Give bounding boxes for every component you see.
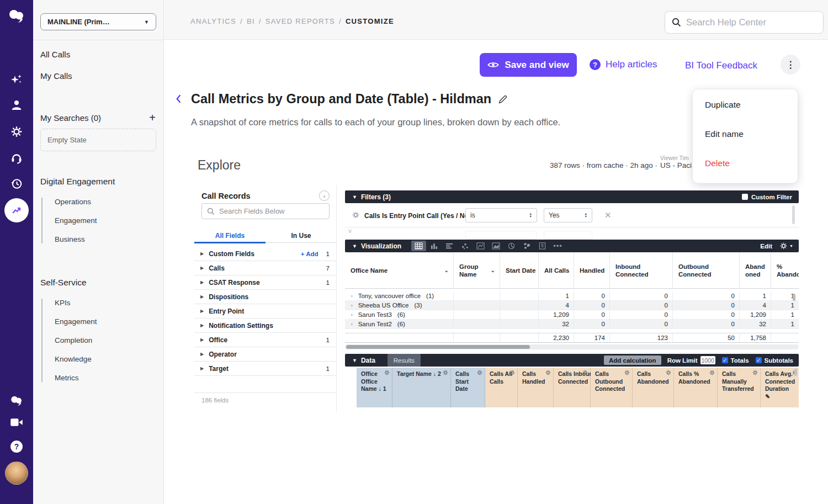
data-column-calls-outbound-connected[interactable]: CallsOutboundConnected bbox=[591, 368, 633, 407]
collapse-panel-button[interactable]: ‹ bbox=[319, 190, 330, 201]
data-column-calls-handled[interactable]: CallsHandled bbox=[518, 368, 554, 407]
fields-search-input[interactable] bbox=[219, 207, 319, 215]
field-group-entry-point[interactable]: ▶Entry Point bbox=[194, 304, 337, 319]
add-calculation-button[interactable]: Add calculation bbox=[604, 356, 661, 365]
result-table-horizontal-scrollbar[interactable] bbox=[345, 344, 799, 349]
field-group-calls[interactable]: ▶Calls7 bbox=[194, 261, 337, 275]
viz-type-line-chart-icon[interactable] bbox=[473, 241, 488, 251]
viz-type-area-chart-icon[interactable] bbox=[489, 241, 503, 251]
row-limit-input[interactable] bbox=[700, 356, 715, 364]
breadcrumb-item-analytics[interactable]: ANALYTICS bbox=[190, 17, 236, 25]
field-group-office[interactable]: ▶Office1 bbox=[194, 333, 337, 347]
data-column-calls-abandoned[interactable]: Calls %Abandoned bbox=[674, 368, 718, 407]
dialpad-mini-icon[interactable] bbox=[10, 395, 23, 406]
subtotals-checkbox[interactable]: ✓ bbox=[756, 357, 762, 363]
viz-type-single-value-icon[interactable]: 6 bbox=[535, 241, 550, 251]
column-gear-icon[interactable] bbox=[384, 370, 390, 375]
column-gear-icon[interactable] bbox=[477, 370, 482, 375]
column-header-abandoned[interactable]: Abandoned bbox=[740, 252, 771, 288]
video-icon[interactable] bbox=[10, 418, 23, 427]
filter-value-select[interactable]: Yes ▲▼ bbox=[544, 208, 592, 222]
visualization-section-bar[interactable]: ▼ Visualization 6••• Edit ▼ bbox=[345, 240, 799, 252]
tab-all-fields[interactable]: All Fields bbox=[194, 229, 266, 242]
field-group-csat-response[interactable]: ▶CSAT Response1 bbox=[194, 275, 337, 290]
sidebar-section-title[interactable]: Self-Service bbox=[40, 278, 156, 288]
more-options-button[interactable]: ⋮ bbox=[781, 55, 800, 75]
help-center-search[interactable] bbox=[665, 11, 824, 34]
viz-edit-button[interactable]: Edit bbox=[760, 243, 772, 250]
remove-filter-button[interactable]: ✕ bbox=[604, 210, 612, 220]
scrollbar-thumb[interactable] bbox=[346, 345, 530, 349]
field-group-dispositions[interactable]: ▶Dispositions bbox=[194, 290, 337, 304]
field-group-custom-fields[interactable]: ▶Custom Fields+ Add1 bbox=[194, 247, 337, 261]
column-header-office-name[interactable]: Office Name⌄ bbox=[345, 252, 454, 288]
data-column-office-office-name-1[interactable]: OfficeOfficeName ↓ 1 bbox=[357, 368, 392, 407]
viz-type-row-chart-icon[interactable] bbox=[442, 241, 457, 251]
data-column-calls-inbound-connected[interactable]: Calls InboundConnected bbox=[554, 368, 591, 407]
viz-type-column-chart-icon[interactable] bbox=[427, 241, 442, 251]
section-collapse-caret[interactable]: ▼ bbox=[352, 243, 357, 249]
fields-search[interactable] bbox=[201, 203, 330, 219]
column-gear-icon[interactable] bbox=[545, 370, 551, 375]
expand-filters-chevron[interactable]: ∨ bbox=[348, 227, 352, 235]
totals-checkbox[interactable]: ✓ bbox=[722, 357, 728, 363]
field-group-operator[interactable]: ▶Operator bbox=[194, 347, 337, 362]
sidebar-item-completion[interactable]: Completion bbox=[55, 336, 156, 344]
column-header-group-name[interactable]: Group Name⌄ bbox=[454, 252, 500, 288]
field-group-target[interactable]: ▶Target1 bbox=[194, 362, 337, 376]
sidebar-item-knowledge[interactable]: Knowledge bbox=[55, 355, 156, 363]
table-row[interactable]: ›Sarun Test2(6)32000321 bbox=[345, 320, 799, 329]
viz-type-scatter-icon[interactable] bbox=[458, 241, 473, 251]
column-gear-icon[interactable] bbox=[752, 370, 758, 375]
column-gear-icon[interactable] bbox=[709, 370, 715, 375]
contacts-icon[interactable] bbox=[10, 99, 23, 110]
sidebar-item-my-calls[interactable]: My Calls bbox=[40, 71, 72, 81]
field-group-notification-settings[interactable]: ▶Notification Settings bbox=[194, 319, 337, 333]
filters-section-bar[interactable]: ▼ Filters (3) Custom Filter bbox=[345, 190, 799, 203]
result-table-vertical-scrollbar[interactable] bbox=[793, 294, 795, 301]
results-tab[interactable]: Results bbox=[388, 354, 421, 367]
sidebar-item-all-calls[interactable]: All Calls bbox=[40, 50, 72, 59]
viz-settings-gear[interactable]: ▼ bbox=[780, 242, 793, 250]
filter-operator-select[interactable]: is ▲▼ bbox=[465, 208, 537, 222]
menu-item-edit-name[interactable]: Edit name bbox=[705, 129, 785, 139]
menu-item-delete[interactable]: Delete bbox=[705, 158, 785, 168]
data-table-scrollbar[interactable] bbox=[794, 369, 797, 376]
section-collapse-caret[interactable]: ▼ bbox=[352, 194, 357, 200]
custom-filter-checkbox[interactable] bbox=[742, 194, 748, 200]
edit-pencil-icon[interactable] bbox=[498, 95, 507, 104]
column-header--abandoned[interactable]: % Abandoned bbox=[771, 252, 799, 288]
column-header-all-calls[interactable]: All Calls bbox=[539, 252, 574, 288]
user-avatar[interactable] bbox=[5, 461, 28, 485]
breadcrumb-item-bi[interactable]: BI bbox=[247, 17, 255, 25]
sidebar-item-engagement[interactable]: Engagement bbox=[55, 216, 156, 225]
tab-in-use[interactable]: In Use bbox=[266, 229, 337, 242]
save-and-view-button[interactable]: Save and view bbox=[480, 53, 577, 77]
back-button[interactable] bbox=[174, 94, 182, 104]
viz-type-more-icon[interactable]: ••• bbox=[550, 241, 565, 251]
column-header-inbound-connected[interactable]: Inbound Connected bbox=[610, 252, 673, 288]
viz-type-table-icon[interactable] bbox=[411, 241, 426, 251]
sidebar-item-engagement[interactable]: Engagement bbox=[55, 317, 156, 326]
column-header-outbound-connected[interactable]: Outbound Connected bbox=[673, 252, 740, 288]
sidebar-item-metrics[interactable]: Metrics bbox=[55, 374, 156, 382]
viz-type-pie-chart-icon[interactable] bbox=[504, 241, 519, 251]
data-column-calls-start-date[interactable]: CallsStartDate bbox=[451, 368, 485, 407]
help-articles-link[interactable]: ? Help articles bbox=[590, 59, 657, 70]
column-header-start-date[interactable]: Start Date bbox=[500, 252, 539, 288]
line-selector-dropdown[interactable]: MAINLINE (Prim… ▼ bbox=[40, 13, 156, 30]
sidebar-item-operations[interactable]: Operations bbox=[55, 198, 156, 206]
sidebar-item-business[interactable]: Business bbox=[55, 235, 156, 243]
dialpad-logo-icon[interactable] bbox=[8, 9, 25, 23]
data-column-calls-avg-connected-duration-[interactable]: Calls Avg.ConnectedDuration✎ bbox=[761, 368, 799, 407]
column-gear-icon[interactable] bbox=[666, 370, 671, 375]
table-row[interactable]: ›Sarun Test3(6)1,2090001,2091 bbox=[345, 310, 799, 320]
settings-gear-icon[interactable] bbox=[11, 126, 23, 137]
column-gear-icon[interactable] bbox=[443, 370, 448, 375]
row-group-cell[interactable]: ›Sheeba US Office(3) bbox=[345, 301, 454, 310]
column-gear-icon[interactable] bbox=[509, 370, 515, 375]
viz-type-map-icon[interactable] bbox=[519, 241, 534, 251]
help-center-search-input[interactable] bbox=[686, 17, 808, 28]
help-icon[interactable]: ? bbox=[10, 441, 23, 453]
sidebar-section-title[interactable]: Digital Engagement bbox=[40, 177, 156, 187]
